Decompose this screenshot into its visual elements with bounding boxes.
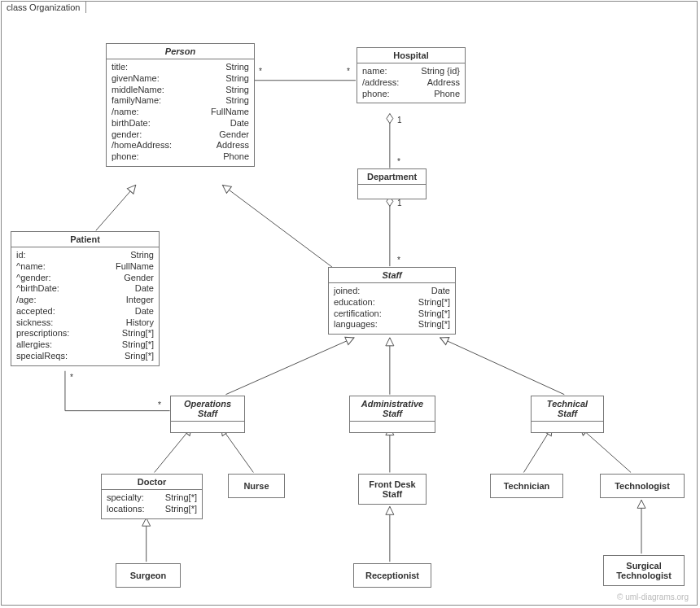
class-attrs: id:String ^name:FullName ^gender:Gender …: [11, 247, 159, 365]
svg-line-9: [221, 427, 253, 473]
class-title: Doctor: [102, 475, 202, 490]
class-title: Hospital: [357, 48, 465, 63]
mult-hospital-side: *: [347, 67, 350, 76]
class-technical-staff: Technical Staff: [531, 396, 604, 433]
mult-dept-staff-star: *: [397, 256, 400, 265]
class-title: Front Desk Staff: [359, 475, 426, 504]
class-title: Nurse: [229, 475, 284, 497]
class-receptionist: Receptionist: [353, 563, 431, 588]
class-title: Patient: [11, 232, 159, 247]
class-hospital: Hospital name:String {id} /address:Addre…: [357, 47, 466, 103]
class-title: Receptionist: [354, 564, 431, 587]
mult-person-side: *: [259, 67, 262, 76]
copyright-text: © uml-diagrams.org: [617, 593, 689, 601]
class-surgeon: Surgeon: [116, 563, 181, 588]
svg-line-4: [222, 185, 339, 272]
svg-line-12: [580, 427, 631, 473]
class-staff: Staff joined:Date education:String[*] ce…: [328, 267, 456, 335]
mult-hosp-dept-1: 1: [397, 116, 402, 125]
uml-frame: class Organization: [1, 1, 698, 606]
svg-line-8: [155, 427, 192, 473]
class-attrs: specialty:String[*] locations:String[*]: [102, 490, 202, 518]
class-title: Person: [107, 44, 254, 59]
class-doctor: Doctor specialty:String[*] locations:Str…: [101, 474, 203, 519]
class-attrs: joined:Date education:String[*] certific…: [329, 283, 455, 334]
class-surgical-technologist: Surgical Technologist: [603, 555, 685, 586]
class-title: Administrative Staff: [350, 396, 435, 422]
mult-dept-staff-1: 1: [397, 199, 402, 208]
class-title: Surgical Technologist: [604, 556, 684, 585]
class-technologist: Technologist: [600, 474, 685, 498]
mult-hosp-dept-star: *: [397, 157, 400, 166]
class-title: Technologist: [601, 475, 684, 497]
svg-line-7: [440, 338, 565, 395]
class-person: Person title:String givenName:String mid…: [106, 43, 255, 167]
class-department: Department: [357, 168, 427, 199]
class-technician: Technician: [490, 474, 563, 498]
class-operations-staff: Operations Staff: [170, 396, 245, 433]
class-nurse: Nurse: [228, 474, 285, 498]
class-title: Technician: [491, 475, 562, 497]
svg-line-5: [225, 338, 354, 395]
class-front-desk-staff: Front Desk Staff: [358, 474, 427, 505]
svg-line-11: [523, 427, 552, 473]
class-attrs: title:String givenName:String middleName…: [107, 59, 254, 166]
svg-line-3: [96, 185, 136, 230]
class-title: Surgeon: [116, 564, 180, 587]
class-title: Department: [358, 169, 426, 185]
mult-patient-ops-l: *: [70, 373, 73, 382]
class-title: Technical Staff: [532, 396, 603, 422]
class-title: Operations Staff: [171, 396, 244, 422]
class-attrs: name:String {id} /address:Address phone:…: [357, 63, 465, 103]
frame-label: class Organization: [1, 1, 86, 13]
class-patient: Patient id:String ^name:FullName ^gender…: [11, 231, 160, 366]
class-title: Staff: [329, 268, 455, 283]
mult-patient-ops-r: *: [158, 400, 161, 409]
class-administrative-staff: Administrative Staff: [349, 396, 435, 433]
